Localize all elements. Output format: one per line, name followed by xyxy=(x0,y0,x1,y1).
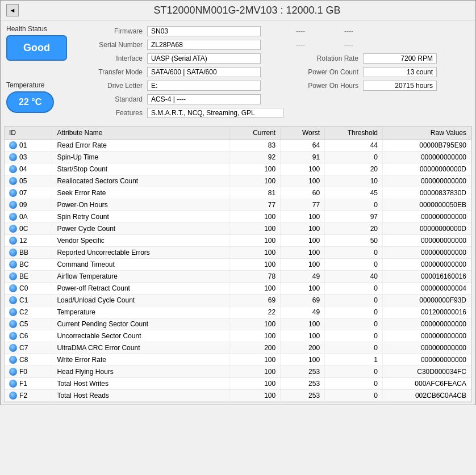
info-left: Health Status Good Temperature 22 °C Fir… xyxy=(6,25,283,119)
cell-raw: 00000000000D xyxy=(383,223,471,235)
id-text: F1 xyxy=(19,380,27,388)
cell-name: Read Error Rate xyxy=(52,140,229,152)
id-text: F2 xyxy=(19,392,27,400)
cell-threshold: 0 xyxy=(325,366,383,378)
col-header-worst: Worst xyxy=(281,127,325,140)
cell-raw: 000000000000 xyxy=(383,259,471,271)
table-row: F1Total Host Writes1002530000AFC6FEACA xyxy=(5,378,471,390)
table-row: C2Temperature22490001200000016 xyxy=(5,306,471,318)
cell-threshold: 0 xyxy=(325,306,383,318)
cell-raw: 001200000016 xyxy=(383,306,471,318)
cell-name: Power-off Retract Count xyxy=(52,283,229,295)
col-header-current: Current xyxy=(229,127,281,140)
cell-current: 100 xyxy=(229,259,281,271)
cell-current: 100 xyxy=(229,366,281,378)
standard-value: ACS-4 | ---- xyxy=(147,94,261,104)
back-button[interactable]: ◄ xyxy=(6,4,19,16)
cell-raw: 000000000004 xyxy=(383,283,471,295)
standard-label: Standard xyxy=(79,95,147,103)
cell-current: 100 xyxy=(229,247,281,259)
cell-current: 200 xyxy=(229,342,281,354)
cell-worst: 100 xyxy=(281,354,325,366)
dash2-left: ---- xyxy=(289,40,312,49)
cell-raw: 000AFC6FEACA xyxy=(383,378,471,390)
cell-current: 69 xyxy=(229,295,281,306)
cell-current: 100 xyxy=(229,390,281,402)
cell-worst: 91 xyxy=(281,152,325,163)
cell-id: C8 xyxy=(5,354,52,366)
power-hours-label: Power On Hours xyxy=(289,82,363,90)
transfer-row: Transfer Mode SATA/600 | SATA/600 xyxy=(79,66,283,78)
status-icon xyxy=(9,237,17,245)
status-icon xyxy=(9,201,17,209)
status-icon xyxy=(9,356,17,364)
id-text: F0 xyxy=(19,368,27,376)
cell-id: 04 xyxy=(5,163,52,175)
main-window: ◄ ST12000NM001G-2MV103 : 12000.1 GB Heal… xyxy=(0,0,476,405)
cell-current: 100 xyxy=(229,163,281,175)
id-text: BE xyxy=(19,272,28,280)
table-row: 07Seek Error Rate81604500000837830D xyxy=(5,187,471,199)
cell-threshold: 0 xyxy=(325,259,383,271)
health-badge: Good xyxy=(6,35,67,61)
cell-current: 78 xyxy=(229,271,281,283)
status-icon xyxy=(9,249,17,257)
cell-current: 100 xyxy=(229,235,281,247)
cell-threshold: 0 xyxy=(325,330,383,342)
id-text: 12 xyxy=(19,237,27,245)
status-icon xyxy=(9,189,17,197)
cell-raw: 000000000000 xyxy=(383,175,471,187)
id-text: 07 xyxy=(19,189,27,197)
cell-id: 0A xyxy=(5,211,52,223)
cell-current: 100 xyxy=(229,354,281,366)
cell-worst: 100 xyxy=(281,223,325,235)
table-row: C8Write Error Rate1001001000000000000 xyxy=(5,354,471,366)
cell-current: 100 xyxy=(229,211,281,223)
table-row: C7UltraDMA CRC Error Count20020000000000… xyxy=(5,342,471,354)
cell-raw: 000000000000 xyxy=(383,342,471,354)
status-icon xyxy=(9,332,17,340)
cell-id: C7 xyxy=(5,342,52,354)
col-header-threshold: Threshold xyxy=(325,127,383,140)
cell-raw: 000016160016 xyxy=(383,271,471,283)
id-text: C0 xyxy=(19,284,28,292)
rotation-label: Rotation Rate xyxy=(289,54,363,62)
cell-current: 81 xyxy=(229,187,281,199)
table-row: C1Load/Unload Cycle Count6969000000000F9… xyxy=(5,295,471,306)
cell-threshold: 40 xyxy=(325,271,383,283)
cell-raw: 002CB6C0A4CB xyxy=(383,390,471,402)
table-row: 0CPower Cycle Count1001002000000000000D xyxy=(5,223,471,235)
id-text: BC xyxy=(19,260,29,268)
status-icon xyxy=(9,320,17,328)
serial-row: Serial Number ZL28PA68 xyxy=(79,39,283,51)
cell-id: C1 xyxy=(5,295,52,306)
id-text: 03 xyxy=(19,153,27,161)
cell-id: BC xyxy=(5,259,52,271)
cell-id: C5 xyxy=(5,318,52,330)
table-row: 05Reallocated Sectors Count1001001000000… xyxy=(5,175,471,187)
rotation-value: 7200 RPM xyxy=(363,53,437,64)
cell-id: F0 xyxy=(5,366,52,378)
cell-name: Reallocated Sectors Count xyxy=(52,175,229,187)
cell-id: 01 xyxy=(5,140,52,152)
id-text: C8 xyxy=(19,356,28,364)
id-text: C5 xyxy=(19,320,28,328)
serial-value: ZL28PA68 xyxy=(147,40,261,50)
cell-threshold: 97 xyxy=(325,211,383,223)
cell-id: 0C xyxy=(5,223,52,235)
cell-raw: 000000000000 xyxy=(383,152,471,163)
cell-worst: 200 xyxy=(281,342,325,354)
cell-current: 83 xyxy=(229,140,281,152)
firmware-row: Firmware SN03 xyxy=(79,25,283,37)
cell-worst: 60 xyxy=(281,187,325,199)
cell-raw: 00000B795E90 xyxy=(383,140,471,152)
cell-id: BB xyxy=(5,247,52,259)
cell-id: BE xyxy=(5,271,52,283)
cell-worst: 49 xyxy=(281,306,325,318)
cell-worst: 253 xyxy=(281,390,325,402)
table-row: BCCommand Timeout1001000000000000000 xyxy=(5,259,471,271)
temperature-block: Temperature 22 °C xyxy=(6,81,69,113)
cell-name: Temperature xyxy=(52,306,229,318)
cell-threshold: 50 xyxy=(325,235,383,247)
power-count-value: 13 count xyxy=(363,67,437,77)
